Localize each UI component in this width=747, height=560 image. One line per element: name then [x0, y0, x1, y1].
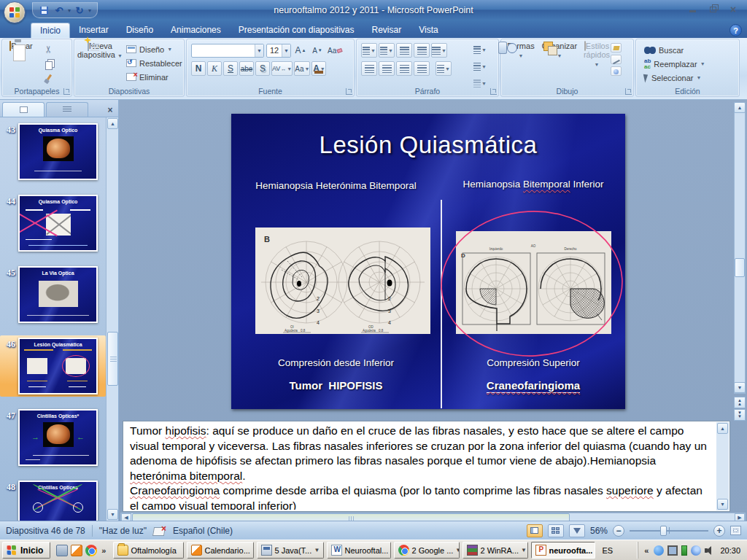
font-color-button[interactable]: A▼ — [311, 61, 326, 76]
slideshow-button[interactable] — [569, 524, 585, 537]
change-case-button[interactable]: Aa▼ — [294, 61, 310, 76]
taskbar-button-oftalmologia[interactable]: Oftalmología — [113, 542, 184, 559]
reset-button[interactable]: Restablecer — [124, 56, 185, 70]
copy-button[interactable] — [43, 58, 54, 71]
paragraph-dialog-launcher[interactable] — [490, 88, 497, 95]
fit-to-window-button[interactable] — [730, 526, 741, 535]
shape-fill-button[interactable] — [611, 43, 622, 52]
notes-pane[interactable]: Tumor hipofisis: aquí se produce un daño… — [123, 421, 730, 512]
scroll-down-arrow[interactable]: ▼ — [717, 499, 728, 510]
theme-name[interactable]: "Haz de luz" — [99, 526, 147, 536]
tab-insertar[interactable]: Insertar — [70, 23, 117, 38]
goldmann-field-image-right[interactable]: D Izquierdo AO Derecho — [456, 231, 611, 334]
spellcheck-icon[interactable] — [153, 526, 166, 536]
tab-revisar[interactable]: Revisar — [363, 23, 411, 38]
next-slide-button[interactable]: ▼▼ — [734, 409, 746, 421]
thumbnail-slide-46-selected[interactable]: 46 Lesión Quiasmática — [0, 335, 106, 397]
scrollbar-thumb[interactable] — [107, 332, 118, 386]
bold-button[interactable]: N — [191, 61, 206, 76]
new-slide-button[interactable]: Nueva diapositiva ▼ — [77, 42, 123, 61]
thumbnail-slide-44[interactable]: 44 Quiasma Optico — [0, 192, 106, 254]
format-painter-button[interactable] — [43, 74, 54, 85]
strikethrough-button[interactable]: abe — [239, 61, 254, 76]
tab-slides-thumbnails[interactable] — [2, 102, 44, 117]
close-button[interactable]: × — [725, 4, 741, 15]
right-diagnosis[interactable]: Craneofaringioma — [441, 379, 625, 392]
scroll-up-arrow[interactable]: ▲ — [717, 423, 728, 434]
undo-button[interactable]: ↶ — [53, 4, 66, 17]
taskbar-button-word-doc[interactable]: Neurooftal... — [327, 542, 391, 559]
character-spacing-button[interactable]: AV↔▼ — [271, 61, 293, 76]
left-diagnosis[interactable]: Tumor HIPOFISIS — [231, 379, 441, 392]
thumbnail-panel-scrollbar[interactable]: ▲ ▼ — [107, 117, 119, 521]
tab-inicio[interactable]: Inicio — [31, 23, 70, 38]
paste-button[interactable]: Pegar ▼ — [5, 42, 37, 61]
zoom-level[interactable]: 56% — [590, 526, 608, 536]
align-text-button[interactable]: ▼ — [472, 59, 488, 74]
shape-outline-button[interactable] — [611, 55, 622, 64]
drawing-dialog-launcher[interactable] — [625, 88, 632, 95]
numbering-button[interactable]: ▼ — [379, 43, 395, 58]
language-bar[interactable]: ES — [598, 546, 616, 555]
slide-title[interactable]: Lesión Quiasmática — [231, 131, 625, 159]
taskbar-button-winrar-group[interactable]: 2 WinRA...▼ — [462, 542, 528, 559]
increase-indent-button[interactable] — [414, 43, 430, 58]
scroll-down-arrow[interactable]: ▼ — [734, 382, 746, 393]
clear-formatting-button[interactable]: Aa — [327, 43, 343, 58]
app-shortcut-icon[interactable] — [71, 545, 82, 556]
replace-button[interactable]: abacReemplazar▼ — [642, 57, 708, 71]
show-desktop-icon[interactable] — [56, 545, 68, 556]
left-caption[interactable]: Compresión desde Inferior — [231, 357, 441, 368]
notes-text[interactable]: Tumor hipofisis: aquí se produce un daño… — [130, 424, 712, 510]
start-button[interactable]: Inicio — [2, 542, 50, 559]
panel-close-button[interactable]: × — [104, 105, 116, 117]
justify-button[interactable] — [414, 61, 430, 76]
right-column-heading[interactable]: Hemianopsia Bitemporal Inferior — [441, 179, 625, 190]
tray-collapse-chevron[interactable]: « — [643, 546, 650, 555]
font-name-combo[interactable]: ▼ — [191, 44, 264, 58]
normal-view-button[interactable] — [527, 524, 543, 537]
zoom-slider-thumb[interactable] — [660, 526, 667, 536]
undo-dropdown[interactable]: ▾ — [68, 7, 71, 14]
goldmann-field-image-left[interactable]: B — [255, 228, 430, 334]
align-center-button[interactable] — [379, 61, 395, 76]
tab-animaciones[interactable]: Animaciones — [162, 23, 230, 38]
shape-effects-button[interactable] — [611, 66, 622, 76]
quick-launch-overflow-chevron[interactable]: » — [100, 546, 107, 555]
taskbar-button-java-group[interactable]: 5 Java(T...▼ — [257, 542, 324, 559]
previous-slide-button[interactable]: ▲▲ — [734, 397, 746, 408]
grow-font-button[interactable]: A▲ — [293, 43, 308, 58]
shapes-button[interactable]: Formas ▼ — [503, 42, 539, 61]
shrink-font-button[interactable]: A▼ — [310, 43, 325, 58]
scrollbar-thumb[interactable] — [735, 258, 745, 277]
language-indicator[interactable]: Español (Chile) — [173, 526, 233, 536]
current-slide[interactable]: Lesión Quiasmática Hemianopsia Heterónim… — [231, 114, 625, 409]
help-button[interactable]: ? — [729, 24, 742, 36]
minimize-button[interactable] — [684, 4, 700, 15]
text-direction-button[interactable]: ▼ — [472, 42, 488, 57]
left-column-heading[interactable]: Hemianopsia Heterónima Bitemporal — [231, 180, 441, 191]
office-button[interactable] — [4, 1, 26, 23]
font-size-combo[interactable]: 12▼ — [266, 44, 291, 58]
zoom-in-button[interactable]: + — [713, 525, 725, 537]
tab-vista[interactable]: Vista — [410, 23, 446, 38]
thumbnail-slide-43[interactable]: 43 Quiasma Optico — [0, 121, 106, 182]
scrollbar-track[interactable] — [734, 102, 746, 394]
save-button[interactable] — [37, 4, 50, 17]
select-button[interactable]: Seleccionar▼ — [642, 71, 708, 85]
clipboard-dialog-launcher[interactable] — [63, 88, 70, 95]
taskbar-button-powerpoint-active[interactable]: neuroofta... — [531, 542, 595, 559]
tray-volume-icon[interactable] — [705, 545, 715, 556]
shadow-button[interactable]: S — [255, 61, 270, 76]
restore-button[interactable] — [705, 4, 721, 15]
tray-messenger-icon[interactable] — [654, 545, 664, 556]
underline-button[interactable]: S — [223, 61, 238, 76]
zoom-slider[interactable] — [630, 525, 708, 537]
tab-presentacion[interactable]: Presentación con diapositivas — [230, 23, 363, 38]
scroll-up-arrow[interactable]: ▲ — [734, 102, 746, 113]
layout-button[interactable]: Diseño▼ — [124, 42, 185, 56]
tray-power-icon[interactable] — [681, 545, 687, 556]
delete-slide-button[interactable]: Eliminar — [124, 70, 185, 84]
font-dialog-launcher[interactable] — [346, 88, 352, 95]
bullets-button[interactable]: ▼ — [361, 43, 377, 58]
